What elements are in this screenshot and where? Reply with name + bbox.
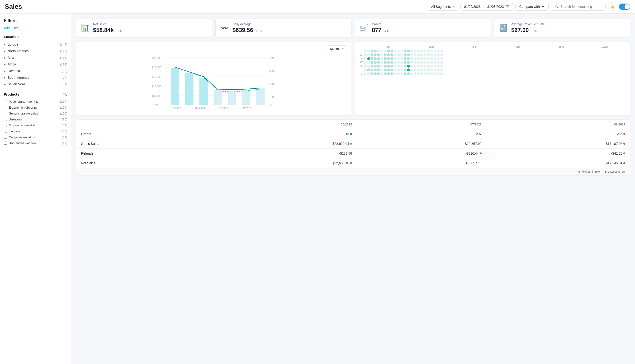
compare-dropdown[interactable]: Compare with ▼ — [515, 2, 549, 11]
heatmap-dot — [440, 53, 443, 56]
product-checkbox[interactable] — [4, 112, 7, 115]
dot-row-dots — [364, 53, 626, 56]
svg-text:10/2023: 10/2023 — [219, 107, 229, 110]
heatmap-day-label: F — [359, 68, 364, 72]
heatmap-row-s-0: S — [359, 50, 626, 52]
table-cell-label: Net Sales — [76, 158, 213, 168]
top-bar: Sales All Segments ▼ 01/06/2023 to 31/08… — [0, 0, 635, 14]
product-checkbox[interactable] — [4, 142, 7, 145]
highest-label: Highest in row — [582, 170, 600, 173]
location-item[interactable]: ▶ Seven Seas (7) — [4, 81, 67, 88]
heatmap-dot — [424, 72, 427, 75]
table-row: Orders315297265 — [76, 129, 630, 139]
svg-rect-23 — [257, 88, 265, 105]
kpi-row: 📊 Net Sales $58.84k +1% 〰️ Daily Average… — [76, 18, 630, 38]
heatmap-dot — [377, 53, 380, 56]
kpi-info: Net Sales $58.84k +1% — [93, 22, 122, 34]
col-metric — [76, 120, 213, 129]
col-jul2023: 07/2023 — [357, 120, 486, 129]
cell-text: $19,057.48 — [465, 161, 482, 165]
heatmap-dot — [430, 65, 433, 68]
product-item: Generic granite salad (109) — [4, 110, 67, 116]
heatmap-dot — [410, 72, 413, 75]
dot-row-dots — [364, 65, 626, 68]
heatmap-dot — [420, 57, 423, 60]
products-search-icon[interactable]: 🔍 — [63, 92, 67, 96]
product-count: (109) — [60, 112, 67, 115]
lowest-dot-icon — [480, 152, 482, 154]
sidebar: Filters Add Filter Location ▶ Europe (34… — [0, 14, 71, 364]
heatmap-dot — [410, 50, 413, 52]
product-checkbox[interactable] — [4, 106, 7, 109]
heatmap-dot — [390, 65, 393, 68]
cell-text: 297 — [476, 132, 482, 136]
add-filter-button[interactable]: Add Filter — [4, 26, 18, 30]
heatmap-dot — [424, 61, 427, 64]
table-cell-value: -$283.56 — [213, 149, 357, 158]
heatmap-dot — [430, 68, 433, 72]
heatmap-day-label: T — [359, 57, 364, 60]
heatmap-card: 4am 8am noon 4pm 8pm 12am SMTWTFS — [355, 41, 630, 116]
table-cell-value: -$310.44 — [357, 149, 486, 158]
svg-text:$15,000: $15,000 — [152, 76, 161, 78]
chevron-down-icon: ▼ — [541, 5, 545, 8]
svg-rect-22 — [242, 90, 251, 105]
location-item[interactable]: ▶ Oceania (83) — [4, 68, 67, 74]
heatmap-dot — [374, 50, 377, 52]
product-count: (267) — [60, 100, 67, 104]
months-dropdown[interactable]: Months ▼ — [327, 45, 347, 52]
chevron-right-icon: ▶ — [4, 70, 6, 72]
location-item[interactable]: ▶ North America (127) — [4, 48, 67, 54]
heatmap-dot — [364, 72, 367, 75]
number-icon: 🔢 — [499, 24, 508, 32]
red-dot-icon — [605, 171, 606, 173]
location-name: South America — [8, 76, 29, 80]
heatmap-dot — [384, 68, 387, 72]
highest-dot-icon — [350, 143, 352, 145]
compare-label: Compare with — [519, 5, 540, 8]
notifications-button[interactable]: 🔔 — [608, 2, 616, 11]
heatmap-dot — [414, 50, 416, 52]
heatmap-dot — [440, 50, 443, 52]
svg-text:$20,000: $20,000 — [152, 66, 161, 69]
heatmap-dot — [367, 50, 370, 52]
time-label-8am: 8am — [410, 45, 453, 48]
svg-rect-21 — [228, 91, 236, 105]
location-item[interactable]: ▶ Africa (112) — [4, 61, 67, 68]
date-to: 31/08/2023 — [487, 5, 504, 8]
kpi-info: Daily Average $639.56 +1% — [233, 22, 262, 34]
time-label-4pm: 4pm — [496, 45, 540, 48]
heatmap-dot — [414, 65, 416, 68]
heatmap-dot — [427, 53, 430, 56]
theme-toggle[interactable] — [619, 4, 630, 10]
heatmap-dot — [397, 72, 400, 75]
location-section-title: Location — [4, 34, 67, 39]
product-name: Putler starter-monthly — [9, 100, 38, 104]
cell-text: 315 — [344, 132, 349, 136]
heatmap-dot — [380, 53, 383, 56]
heatmap-dot — [387, 53, 390, 56]
bar-chart-icon: 📊 — [81, 24, 89, 32]
location-item[interactable]: ▶ Europe (349) — [4, 41, 67, 48]
heatmap-dot — [430, 57, 433, 60]
product-checkbox[interactable] — [4, 130, 7, 133]
date-range-picker[interactable]: 01/06/2023 to 31/08/2023 📅 — [461, 2, 513, 11]
location-item[interactable]: ▶ South America (77) — [4, 74, 67, 81]
heatmap-dot — [400, 61, 403, 64]
product-checkbox[interactable] — [4, 136, 7, 139]
search-input[interactable] — [560, 5, 602, 8]
product-checkbox[interactable] — [4, 118, 7, 121]
kpi-change: +9% — [531, 29, 537, 33]
product-checkbox[interactable] — [4, 124, 7, 127]
highest-dot-icon — [623, 152, 625, 154]
location-item[interactable]: ▶ Asia (116) — [4, 54, 67, 61]
heatmap-dot — [437, 61, 440, 64]
heatmap-row-t-2: T — [359, 57, 626, 60]
location-count: (83) — [62, 69, 67, 73]
product-checkbox[interactable] — [4, 100, 7, 103]
heatmap-dot — [427, 50, 430, 52]
product-item: Putler starter-monthly (267) — [4, 99, 67, 104]
chevron-right-icon: ▶ — [4, 63, 6, 66]
heatmap-dot — [384, 72, 387, 75]
segment-dropdown[interactable]: All Segments ▼ — [428, 2, 458, 11]
